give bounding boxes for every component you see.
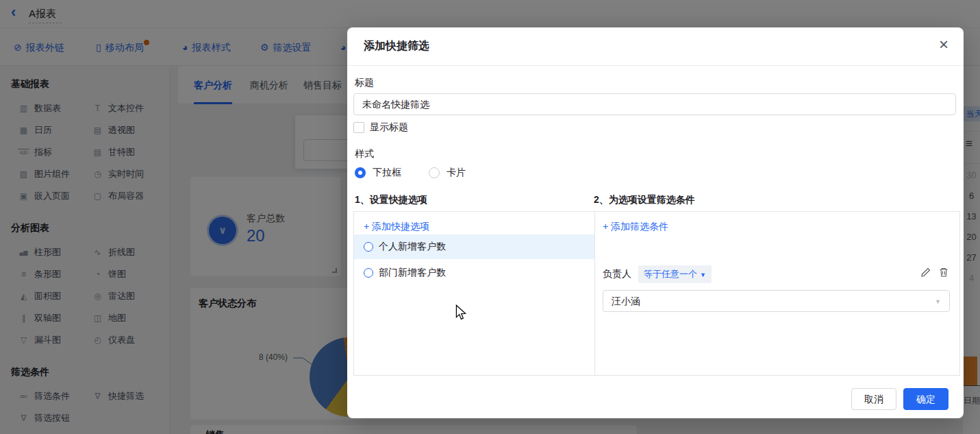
show-title-checkbox-row[interactable]: 显示标题 — [353, 121, 408, 134]
add-filter-condition-link[interactable]: + 添加筛选条件 — [603, 221, 668, 233]
edit-icon[interactable] — [920, 267, 931, 280]
add-quick-filter-dialog: 添加快捷筛选 × 标题 未命名快捷筛选 显示标题 样式 下拉框 卡片 1、设置快… — [347, 27, 964, 418]
condition-actions — [920, 267, 949, 280]
title-field-input[interactable]: 未命名快捷筛选 — [353, 93, 956, 115]
confirm-button[interactable]: 确定 — [903, 388, 948, 410]
quick-option-row[interactable]: 个人新增客户数 — [354, 234, 594, 259]
options-column-title: 1、设置快捷选项 — [355, 194, 427, 206]
radio-dropdown-label[interactable]: 下拉框 — [373, 167, 401, 179]
close-icon[interactable]: × — [939, 36, 948, 53]
delete-icon[interactable] — [938, 267, 949, 280]
conditions-column-title: 2、为选项设置筛选条件 — [594, 194, 695, 206]
select-caret-icon: ▼ — [935, 291, 941, 313]
style-radio-group: 下拉框 卡片 — [355, 167, 466, 179]
style-field-label: 样式 — [355, 148, 374, 160]
checkbox-icon[interactable] — [353, 122, 364, 133]
title-field-label: 标题 — [355, 77, 374, 89]
radio-card-icon[interactable] — [429, 167, 440, 178]
chevron-down-icon: ▼ — [700, 272, 706, 278]
app-root: ‹ A报表 ⊘报表外链 ▯移动布局 ◕报表样式 ⚙筛选设置 ◕ 基础报表 ▥数据… — [0, 0, 980, 434]
dialog-title: 添加快捷筛选 — [364, 39, 429, 53]
radio-card-label[interactable]: 卡片 — [447, 167, 466, 179]
option-label: 部门新增客户数 — [379, 267, 446, 279]
option-label: 个人新增客户数 — [379, 241, 446, 253]
show-title-label: 显示标题 — [370, 121, 408, 134]
radio-dropdown-icon[interactable] — [355, 167, 366, 178]
cancel-button[interactable]: 取消 — [851, 388, 896, 410]
add-quick-option-link[interactable]: + 添加快捷选项 — [364, 221, 429, 233]
options-conditions-panes: + 添加快捷选项 个人新增客户数 部门新增客户数 + 添加筛选条件 负责人 等于… — [353, 211, 960, 376]
condition-field-label: 负责人 — [603, 268, 631, 280]
condition-operator-dropdown[interactable]: 等于任意一个▼ — [638, 265, 712, 283]
pane-divider — [594, 212, 595, 375]
quick-option-row[interactable]: 部门新增客户数 — [354, 261, 594, 285]
dialog-header: 添加快捷筛选 × — [347, 27, 964, 66]
condition-value-select[interactable]: 汪小涵 ▼ — [603, 290, 950, 312]
option-radio-icon[interactable] — [364, 242, 373, 252]
option-radio-icon[interactable] — [364, 268, 373, 278]
condition-row: 负责人 等于任意一个▼ — [603, 265, 712, 283]
